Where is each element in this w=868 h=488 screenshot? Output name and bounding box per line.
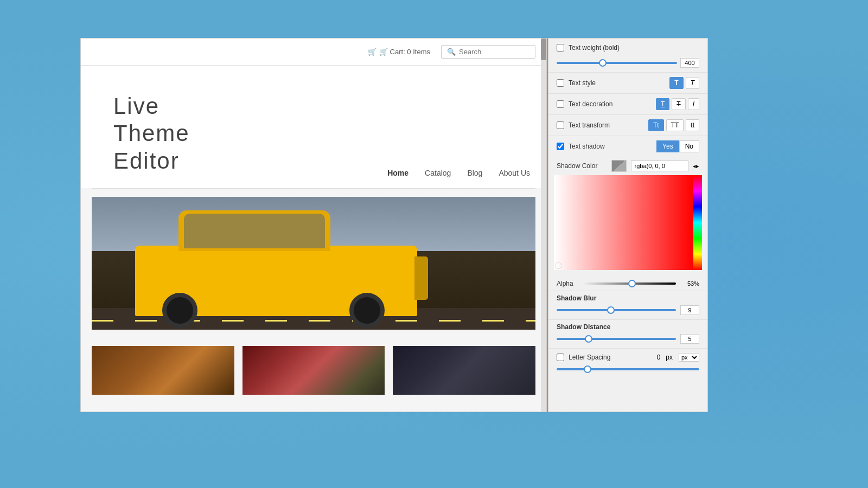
letter-spacing-slider-row <box>548 366 707 375</box>
text-shadow-checkbox[interactable] <box>557 143 564 150</box>
taxi-front <box>414 256 428 300</box>
taxi-roof <box>178 210 330 251</box>
text-weight-slider-container: 400 <box>557 58 699 68</box>
nav-home[interactable]: Home <box>387 169 409 177</box>
text-shadow-label: Text shadow <box>569 143 652 150</box>
alpha-value: 53% <box>680 280 699 287</box>
taxi-window <box>184 214 325 248</box>
text-weight-slider-row: 400 <box>548 54 707 72</box>
shadow-color-value[interactable]: rgba(0, 0, 0 <box>631 160 689 171</box>
shadow-blur-slider[interactable] <box>557 309 676 311</box>
text-weight-value: 400 <box>680 58 699 68</box>
cart-icon: 🛒 <box>368 48 376 56</box>
text-weight-checkbox[interactable] <box>557 44 564 52</box>
scrollbar-track <box>541 38 546 412</box>
nav-blog[interactable]: Blog <box>467 169 482 177</box>
text-shadow-no-btn[interactable]: No <box>679 140 699 152</box>
alpha-slider[interactable] <box>583 282 676 285</box>
taxi-body <box>135 246 417 316</box>
text-style-italic-btn[interactable]: T <box>686 77 699 89</box>
nav-about[interactable]: About Us <box>499 169 530 177</box>
text-decoration-strikethrough-btn[interactable]: T <box>672 98 685 110</box>
shadow-distance-slider[interactable] <box>557 338 676 340</box>
alpha-row: Alpha 53% <box>548 275 707 291</box>
text-shadow-toggle: Yes No <box>656 140 699 152</box>
letter-spacing-label: Letter Spacing <box>569 354 653 361</box>
text-style-checkbox[interactable] <box>557 79 564 87</box>
text-style-row: Text style T T <box>548 73 707 93</box>
text-decoration-italic-btn[interactable]: I <box>688 98 699 110</box>
color-spectrum[interactable] <box>693 175 702 270</box>
letter-spacing-slider[interactable] <box>557 368 699 370</box>
search-box[interactable]: 🔍 <box>441 45 535 59</box>
thumbnail-3 <box>393 346 535 395</box>
nav-catalog[interactable]: Catalog <box>425 169 451 177</box>
text-transform-buttons: Tt TT tt <box>648 119 699 131</box>
shadow-distance-row: 5 <box>548 332 707 348</box>
taxi-wheel-left <box>162 293 197 328</box>
shadow-color-label: Shadow Color <box>557 162 607 170</box>
letter-spacing-checkbox[interactable] <box>557 354 564 361</box>
color-field[interactable] <box>554 175 693 270</box>
text-transform-uppercase-btn[interactable]: TT <box>666 119 684 131</box>
thumbnail-2 <box>242 346 385 395</box>
shadow-distance-label: Shadow Distance <box>548 320 707 332</box>
shadow-color-row: Shadow Color rgba(0, 0, 0 ◂▸ <box>548 157 707 175</box>
color-picker <box>554 175 702 270</box>
hero-image <box>92 197 535 330</box>
site-logo: LiveThemeEditor <box>97 76 206 180</box>
shadow-distance-value: 5 <box>680 334 699 344</box>
letter-spacing-value: 0 <box>657 354 661 361</box>
search-input[interactable] <box>459 48 529 56</box>
text-decoration-row: Text decoration T T I <box>548 94 707 114</box>
taxi-scene <box>92 197 535 330</box>
website-preview: 🛒 🛒 Cart: 0 Items 🔍 LiveThemeEditor Home… <box>80 38 547 412</box>
text-transform-row: Text transform Tt TT tt <box>548 115 707 136</box>
color-picker-wrapper <box>554 175 702 270</box>
thumbnail-1 <box>92 346 234 395</box>
search-icon: 🔍 <box>447 48 456 56</box>
text-transform-lowercase-btn[interactable]: tt <box>686 119 699 131</box>
text-weight-section: Text weight (bold) <box>548 38 707 54</box>
text-shadow-row: Text shadow Yes No <box>548 136 707 157</box>
text-weight-slider[interactable] <box>557 62 677 64</box>
shadow-color-preview[interactable] <box>611 160 627 172</box>
text-decoration-underline-btn[interactable]: T <box>656 98 669 110</box>
color-picker-expand[interactable]: ◂▸ <box>693 163 699 170</box>
text-transform-capitalize-btn[interactable]: Tt <box>648 119 664 131</box>
scrollbar-thumb[interactable] <box>541 38 546 60</box>
shadow-blur-label: Shadow Blur <box>548 291 707 303</box>
road-line <box>92 320 535 322</box>
taxi-wheel-right <box>349 293 385 328</box>
text-decoration-label: Text decoration <box>569 100 652 108</box>
text-style-label: Text style <box>569 79 665 87</box>
text-weight-label: Text weight (bold) <box>569 44 699 52</box>
text-transform-label: Text transform <box>569 121 644 129</box>
text-decoration-checkbox[interactable] <box>557 100 564 108</box>
cart-link[interactable]: 🛒 🛒 Cart: 0 Items <box>368 48 430 56</box>
site-divider <box>92 188 535 189</box>
right-panel: Text weight (bold) 400 Text style T T Te… <box>548 38 708 412</box>
alpha-label: Alpha <box>557 280 578 287</box>
text-style-buttons: T T <box>669 77 699 89</box>
shadow-blur-value: 9 <box>680 305 699 315</box>
color-field-hue-overlay <box>554 175 693 270</box>
text-transform-checkbox[interactable] <box>557 121 564 129</box>
text-decoration-buttons: T T I <box>656 98 699 110</box>
letter-spacing-row: Letter Spacing 0 px px em <box>548 349 707 366</box>
letter-spacing-unit: px <box>666 354 673 361</box>
text-style-bold-btn[interactable]: T <box>669 77 683 89</box>
text-shadow-yes-btn[interactable]: Yes <box>656 140 679 152</box>
cart-label: 🛒 Cart: 0 Items <box>379 48 430 56</box>
site-header: 🛒 🛒 Cart: 0 Items 🔍 <box>81 38 546 66</box>
letter-spacing-unit-select[interactable]: px em <box>679 353 699 362</box>
shadow-blur-row: 9 <box>548 303 707 319</box>
thumbnails-row <box>81 338 546 403</box>
